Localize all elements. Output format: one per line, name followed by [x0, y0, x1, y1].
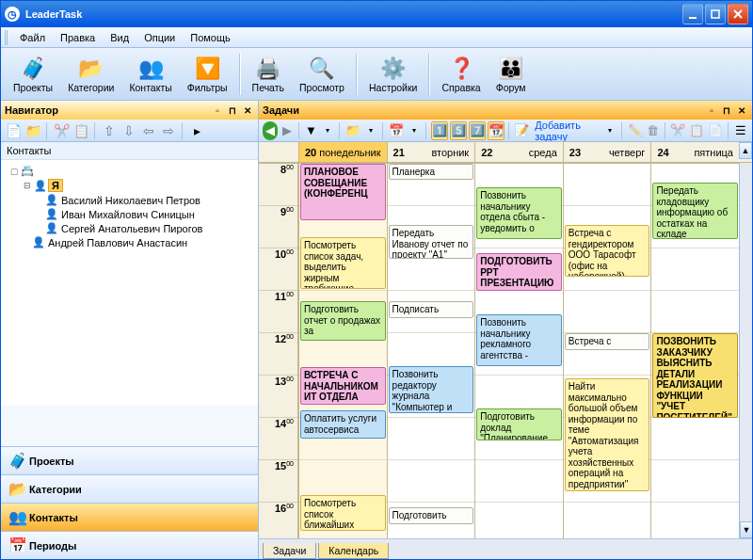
day-column-20[interactable]: ПЛАНОВОЕ СОВЕЩАНИЕ (КОНФЕРЕНЦПосмотреть …	[298, 163, 387, 538]
delete-icon[interactable]: 🗑	[646, 121, 661, 140]
contact-item[interactable]: 👤Василий Николаевич Петров	[8, 193, 254, 207]
right-icon[interactable]: ⇨	[160, 122, 177, 139]
toolbar-Настройки[interactable]: ⚙️Настройки	[362, 53, 425, 96]
nav-Проекты[interactable]: 🧳Проекты	[1, 446, 258, 474]
calendar-event[interactable]: Передать Иванову отчет по проекту "A1"	[389, 225, 474, 259]
calendar-event[interactable]: Встреча с гендиректором ООО Тарасофт (оф…	[565, 225, 650, 277]
calendar-event[interactable]: Найти максимально большой объем информац…	[565, 378, 650, 491]
hour-15: 1500	[259, 460, 297, 503]
dropdown-icon[interactable]: ▾	[407, 121, 422, 140]
edit-icon[interactable]: ✏️	[627, 121, 644, 140]
calendar-event[interactable]: Посмотреть список задач, выделить жирным…	[300, 237, 386, 289]
add-task-icon[interactable]: 📝	[513, 121, 530, 140]
contact-item[interactable]: 👤Иван Михайлович Синицын	[8, 207, 254, 221]
scroll-up-button[interactable]: ▲	[739, 142, 752, 159]
calendar-event[interactable]: ПЛАНОВОЕ СОВЕЩАНИЕ (КОНФЕРЕНЦ	[300, 164, 386, 220]
day-header-24[interactable]: 24пятница	[650, 142, 739, 162]
props-icon[interactable]: ☰	[733, 121, 748, 140]
copy-icon[interactable]: 📋	[72, 122, 89, 139]
calendar-event[interactable]: Встреча с клиентом	[565, 333, 650, 350]
toolbar-Контакты[interactable]: 👥Контакты	[122, 53, 178, 96]
calendar-event[interactable]: Подготовить доклад "Планирование	[476, 408, 562, 440]
nav-Контакты[interactable]: 👥Контакты	[1, 503, 258, 531]
calendar-event[interactable]: Планерка	[389, 164, 474, 180]
menu-Вид[interactable]: Вид	[103, 30, 136, 45]
tab-Задачи[interactable]: Задачи	[263, 543, 316, 559]
day-column-23[interactable]: Встреча с гендиректором ООО Тарасофт (оф…	[563, 163, 651, 538]
back-icon[interactable]: ◀	[263, 121, 278, 140]
minimize-button[interactable]	[682, 4, 703, 24]
left-icon[interactable]: ⇦	[140, 122, 157, 139]
calendar-event[interactable]: Позвонить начальнику отдела сбыта - увед…	[476, 187, 562, 239]
calendar-event[interactable]: Подготовить отчет о продажах за	[300, 301, 386, 341]
tree-root[interactable]: ▢📇	[8, 164, 254, 178]
cut-icon[interactable]: ✂️	[669, 121, 686, 140]
menu-Правка[interactable]: Правка	[53, 30, 103, 45]
Фильтры-icon: 🔽	[194, 56, 220, 82]
day-header-20[interactable]: 20понедельник	[298, 142, 387, 162]
tab-Календарь[interactable]: Календарь	[318, 543, 389, 559]
pane-close-button[interactable]: ✕	[241, 104, 254, 117]
view-day-button[interactable]: 1️⃣	[431, 121, 448, 140]
calendar-event[interactable]: ПОДГОТОВИТЬ PPT ПРЕЗЕНТАЦИЮ К	[476, 253, 562, 291]
forward-icon[interactable]: ▶	[280, 121, 295, 140]
folder-icon[interactable]: 📁	[24, 122, 41, 139]
day-column-21[interactable]: ПланеркаПередать Иванову отчет по проект…	[387, 163, 475, 538]
up-icon[interactable]: ⇧	[101, 122, 118, 139]
maximize-button[interactable]	[705, 4, 726, 24]
view-7day-button[interactable]: 7️⃣	[469, 121, 486, 140]
folder-icon[interactable]: 📁	[344, 121, 361, 140]
Проекты-icon: 🧳	[20, 56, 46, 82]
close-button[interactable]	[728, 4, 748, 24]
pane-dock-button[interactable]: ▫	[211, 104, 224, 117]
toolbar-Фильтры[interactable]: 🔽Фильтры	[181, 53, 234, 96]
menu-Опции[interactable]: Опции	[136, 30, 183, 45]
toolbar-Просмотр[interactable]: 🔍Просмотр	[293, 53, 351, 96]
dropdown-icon[interactable]: ▾	[363, 121, 378, 140]
day-header-23[interactable]: 23четверг	[563, 142, 651, 162]
cut-icon[interactable]: ✂️	[53, 122, 70, 139]
down-icon[interactable]: ⇩	[120, 122, 137, 139]
menu-Помощь[interactable]: Помощь	[183, 30, 238, 45]
nav-Периоды[interactable]: 📅Периоды	[1, 531, 258, 559]
copy-icon[interactable]: 📋	[688, 121, 705, 140]
pane-pin-button[interactable]: ⊓	[226, 104, 239, 117]
day-header-22[interactable]: 22среда	[474, 142, 563, 162]
calendar-event[interactable]: Посмотреть список ближайших значимых	[300, 495, 386, 531]
pane-close-button[interactable]: ✕	[735, 104, 748, 117]
contact-item[interactable]: 👤Андрей Павлович Анастасин	[8, 235, 254, 249]
calendar-event[interactable]: Позвонить редактору журнала "Компьютер и	[389, 366, 474, 413]
new-icon[interactable]: 📄	[5, 122, 22, 139]
contact-item[interactable]: 👤Сергей Анатольевич Пирогов	[8, 221, 254, 235]
toolbar-Категории[interactable]: 📂Категории	[61, 53, 120, 96]
calendar-event[interactable]: Оплатить услуги автосервиса	[300, 410, 386, 439]
calendar-event[interactable]: Подписать	[389, 301, 474, 318]
day-header-21[interactable]: 21вторник	[387, 142, 475, 162]
tree-item-me[interactable]: ⊟👤 Я	[8, 178, 254, 193]
day-column-22[interactable]: Позвонить начальнику отдела сбыта - увед…	[474, 163, 563, 538]
toolbar-Печать[interactable]: 🖨️Печать	[246, 53, 291, 96]
toolbar-Проекты[interactable]: 🧳Проекты	[7, 53, 59, 96]
calendar-event[interactable]: Позвонить начальнику рекламного агентств…	[476, 314, 562, 366]
menu-Файл[interactable]: Файл	[12, 30, 53, 45]
day-column-24[interactable]: Передать кладовщику информацию об остатк…	[650, 163, 739, 538]
dropdown-icon[interactable]: ▾	[320, 121, 335, 140]
view-week-button[interactable]: 5️⃣	[450, 121, 467, 140]
expand-icon[interactable]: ▸	[188, 122, 205, 139]
calendar-event[interactable]: Передать кладовщику информацию об остатк…	[652, 183, 738, 239]
nav-Категории[interactable]: 📂Категории	[1, 474, 258, 503]
paste-icon[interactable]: 📄	[707, 121, 724, 140]
toolbar-Справка[interactable]: ❓Справка	[435, 53, 487, 96]
calendar-event[interactable]: ПОЗВОНИТЬ ЗАКАЗЧИКУ ВЫЯСНИТЬ ДЕТАЛИ РЕАЛ…	[652, 333, 738, 418]
pane-pin-button[interactable]: ⊓	[720, 104, 733, 117]
calendar-event[interactable]: Подготовить	[389, 507, 474, 524]
calendar-event[interactable]: ВСТРЕЧА С НАЧАЛЬНИКОМ ИТ ОТДЕЛА	[300, 367, 386, 405]
calendar-1-icon[interactable]: 📅	[388, 121, 405, 140]
dropdown-icon[interactable]: ▾	[602, 121, 617, 140]
add-task-link[interactable]: Добавить задачу	[532, 120, 601, 142]
pane-dock-button[interactable]: ▫	[705, 104, 718, 117]
filter-icon[interactable]: ▼	[304, 121, 319, 140]
view-month-button[interactable]: 📆	[488, 121, 505, 140]
scroll-down-button[interactable]: ▼	[740, 521, 752, 538]
toolbar-Форум[interactable]: 👪Форум	[489, 53, 533, 96]
